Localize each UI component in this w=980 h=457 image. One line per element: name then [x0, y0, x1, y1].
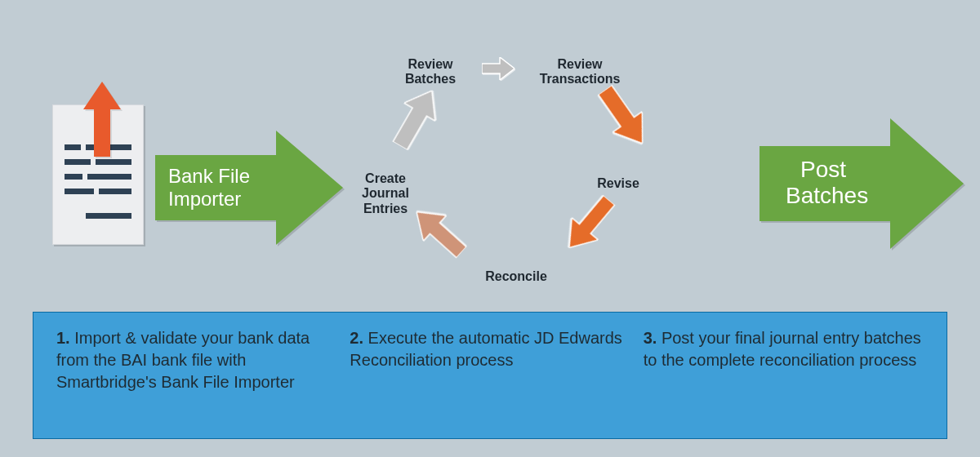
svg-marker-7	[385, 82, 448, 155]
bank-file-importer-arrow: Bank File Importer	[155, 131, 343, 248]
cycle-arrow-top-icon	[482, 57, 514, 83]
step-2-number: 2.	[350, 329, 363, 347]
label-review-batches: ReviewBatches	[398, 57, 463, 87]
steps-footer: 1. Import & validate your bank data from…	[33, 312, 947, 439]
svg-marker-4	[590, 79, 657, 153]
arrow2-text-line2: Batches	[786, 183, 868, 208]
upload-arrow-icon	[83, 82, 121, 160]
diagram-canvas: Bank File Importer Post Batches ReviewBa…	[0, 0, 980, 457]
process-cycle: ReviewBatches ReviewTransactions Revise …	[353, 49, 696, 310]
step-3-number: 3.	[644, 329, 657, 347]
label-create-journal-entries: CreateJournalEntries	[353, 171, 418, 216]
step-1-text: Import & validate your bank data from th…	[56, 329, 310, 391]
cycle-arrow-left-icon	[385, 82, 451, 157]
step-2-text: Execute the automatic JD Edwards Reconci…	[350, 329, 622, 369]
svg-marker-5	[556, 189, 622, 259]
arrow1-text-line1: Bank File	[168, 165, 250, 187]
svg-marker-0	[83, 82, 121, 157]
svg-marker-3	[482, 57, 514, 80]
post-batches-arrow: Post Batches	[760, 118, 964, 252]
arrow2-text-line1: Post	[800, 157, 846, 182]
step-3-text: Post your final journal entry batches to…	[644, 329, 921, 369]
arrow1-text-line2: Importer	[168, 188, 241, 210]
step-2: 2. Execute the automatic JD Edwards Reco…	[343, 327, 636, 371]
label-reconcile: Reconcile	[475, 269, 557, 284]
step-1-number: 1.	[56, 329, 70, 347]
cycle-arrow-right-icon	[587, 79, 657, 155]
step-1: 1. Import & validate your bank data from…	[50, 327, 343, 393]
step-3: 3. Post your final journal entry batches…	[637, 327, 930, 371]
cycle-arrow-lower-right-icon	[554, 187, 622, 259]
